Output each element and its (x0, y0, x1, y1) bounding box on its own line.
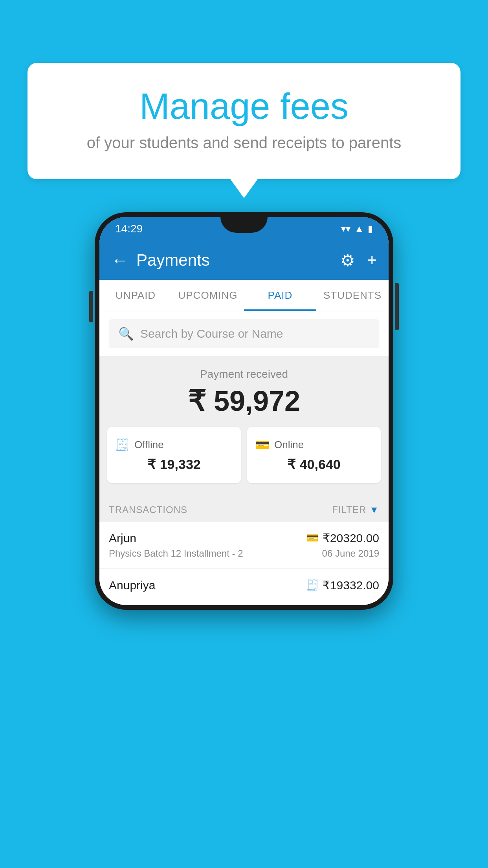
battery-icon: ▮ (368, 223, 373, 234)
search-container: 🔍 Search by Course or Name (99, 311, 389, 356)
tab-upcoming[interactable]: UPCOMING (172, 280, 244, 311)
add-icon[interactable]: + (367, 251, 377, 270)
phone-body: 14:29 ▾▾ ▲ ▮ ← Payments ⚙ + UNPAID (95, 212, 393, 610)
transaction-amount-wrap-1: 💳 ₹20320.00 (306, 531, 379, 545)
payment-summary: Payment received ₹ 59,972 🧾 Offline ₹ 19… (99, 356, 389, 495)
transaction-list: Arjun 💳 ₹20320.00 Physics Batch 12 Insta… (99, 522, 389, 605)
payment-cards: 🧾 Offline ₹ 19,332 💳 Online ₹ 40,640 (99, 427, 389, 483)
table-row[interactable]: Anupriya 🧾 ₹19332.00 (99, 569, 389, 605)
app-bar: ← Payments ⚙ + (99, 241, 389, 280)
transactions-header: TRANSACTIONS FILTER ▼ (99, 495, 389, 522)
wifi-icon: ▾▾ (341, 223, 350, 234)
offline-icon: 🧾 (115, 438, 130, 452)
speech-bubble: Manage fees of your students and send re… (28, 63, 460, 179)
transaction-course-1: Physics Batch 12 Installment - 2 (109, 548, 243, 559)
online-card-header: 💳 Online (255, 438, 373, 452)
offline-card-header: 🧾 Offline (115, 438, 233, 452)
phone-side-button-left (89, 291, 93, 322)
transaction-type-icon-2: 🧾 (306, 579, 319, 591)
filter-icon: ▼ (369, 504, 379, 515)
phone-side-button-right (395, 283, 399, 330)
online-label: Online (274, 439, 304, 451)
status-bar: 14:29 ▾▾ ▲ ▮ (99, 217, 389, 241)
search-input[interactable]: Search by Course or Name (140, 327, 283, 340)
offline-payment-card: 🧾 Offline ₹ 19,332 (107, 427, 241, 483)
tab-students[interactable]: STUDENTS (316, 280, 389, 311)
tab-unpaid[interactable]: UNPAID (99, 280, 172, 311)
status-icons: ▾▾ ▲ ▮ (341, 223, 373, 234)
notch (220, 217, 268, 233)
status-time: 14:29 (115, 223, 143, 235)
speech-bubble-subtitle: of your students and send receipts to pa… (47, 134, 441, 152)
transaction-name-2: Anupriya (109, 579, 155, 592)
offline-label: Offline (134, 439, 164, 451)
transaction-row-top-1: Arjun 💳 ₹20320.00 (109, 531, 379, 545)
transaction-amount-2: ₹19332.00 (323, 578, 379, 592)
settings-icon[interactable]: ⚙ (340, 251, 355, 270)
transaction-date-1: 06 June 2019 (322, 548, 379, 559)
phone-screen: 14:29 ▾▾ ▲ ▮ ← Payments ⚙ + UNPAID (99, 217, 389, 605)
transaction-amount-wrap-2: 🧾 ₹19332.00 (306, 578, 379, 592)
online-payment-card: 💳 Online ₹ 40,640 (247, 427, 381, 483)
transaction-amount-1: ₹20320.00 (323, 531, 379, 545)
transaction-row-top-2: Anupriya 🧾 ₹19332.00 (109, 578, 379, 592)
payment-total-amount: ₹ 59,972 (99, 384, 389, 417)
tab-paid[interactable]: PAID (244, 280, 316, 311)
search-icon: 🔍 (118, 326, 134, 341)
back-button[interactable]: ← (111, 250, 128, 270)
tab-bar: UNPAID UPCOMING PAID STUDENTS (99, 280, 389, 311)
table-row[interactable]: Arjun 💳 ₹20320.00 Physics Batch 12 Insta… (99, 522, 389, 569)
filter-button[interactable]: FILTER ▼ (332, 504, 379, 515)
payment-received-label: Payment received (99, 368, 389, 381)
transaction-row-bottom-1: Physics Batch 12 Installment - 2 06 June… (109, 548, 379, 559)
transactions-label: TRANSACTIONS (109, 504, 187, 515)
transaction-name-1: Arjun (109, 531, 136, 545)
filter-label: FILTER (332, 504, 366, 515)
speech-bubble-title: Manage fees (47, 86, 441, 126)
offline-amount: ₹ 19,332 (115, 456, 233, 472)
app-bar-icons: ⚙ + (340, 251, 377, 270)
transaction-type-icon-1: 💳 (306, 532, 319, 544)
search-bar[interactable]: 🔍 Search by Course or Name (109, 319, 379, 348)
signal-icon: ▲ (354, 223, 364, 234)
app-bar-title: Payments (136, 251, 332, 270)
online-icon: 💳 (255, 438, 270, 452)
online-amount: ₹ 40,640 (255, 456, 373, 472)
phone-mockup: 14:29 ▾▾ ▲ ▮ ← Payments ⚙ + UNPAID (95, 212, 393, 610)
